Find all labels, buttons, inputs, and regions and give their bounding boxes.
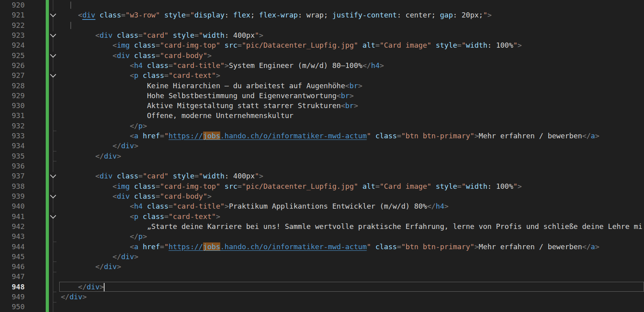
code-line[interactable]: 936 bbox=[0, 161, 644, 171]
line-number[interactable]: 949 bbox=[0, 292, 25, 302]
code-line[interactable]: 924 <img class="card-img-top" src="pic/D… bbox=[0, 40, 644, 50]
line-number[interactable]: 948 bbox=[0, 282, 25, 292]
line-number[interactable]: 920 bbox=[0, 0, 25, 10]
line-number[interactable]: 935 bbox=[0, 151, 25, 161]
code-token: class bbox=[100, 11, 121, 19]
code-token bbox=[130, 182, 134, 190]
code-token: = bbox=[164, 212, 169, 221]
code-line[interactable]: 931 Offene, moderne Unternehmenskultur bbox=[0, 110, 644, 120]
code-line[interactable]: 923 <div class="card" style="width: 400p… bbox=[0, 30, 644, 40]
line-number[interactable]: 942 bbox=[0, 221, 25, 231]
code-token: = bbox=[138, 31, 143, 39]
fold-chevron-icon[interactable] bbox=[50, 11, 56, 17]
code-token: " bbox=[462, 182, 466, 190]
line-number[interactable]: 941 bbox=[0, 211, 25, 221]
code-line[interactable]: 947 bbox=[0, 271, 644, 281]
code-line[interactable]: 925 <div class="card-body"> bbox=[0, 50, 644, 60]
code-line[interactable]: 942 „Starte deine Karriere bei uns! Samm… bbox=[0, 221, 644, 231]
code-line[interactable]: 927 <p class="card-text"> bbox=[0, 70, 644, 80]
code-token bbox=[431, 41, 436, 49]
code-line[interactable]: 934 </div> bbox=[0, 141, 644, 151]
code-line[interactable]: 944 <a href="https://jobs.hando.ch/o/inf… bbox=[0, 242, 644, 252]
line-number[interactable]: 925 bbox=[0, 50, 25, 60]
line-number[interactable]: 926 bbox=[0, 60, 25, 70]
line-number[interactable]: 946 bbox=[0, 262, 25, 271]
code-line[interactable]: 928 Keine Hierarchien – du arbeitest auf… bbox=[0, 81, 644, 91]
code-line[interactable]: 939 <div class="card-body"> bbox=[0, 191, 644, 201]
code-line[interactable]: 940 <h4 class="card-title">Praktikum App… bbox=[0, 201, 644, 211]
code-token: > bbox=[518, 182, 522, 190]
line-number[interactable]: 950 bbox=[0, 302, 25, 312]
line-number[interactable]: 922 bbox=[0, 20, 25, 30]
code-token: > bbox=[216, 212, 220, 221]
code-token: </ bbox=[61, 252, 121, 261]
code-line[interactable]: 935 </div> bbox=[0, 151, 644, 161]
fold-chevron-icon[interactable] bbox=[50, 72, 56, 78]
code-token bbox=[113, 172, 117, 180]
line-number[interactable]: 929 bbox=[0, 91, 25, 101]
code-line[interactable]: 922 bbox=[0, 20, 644, 30]
line-number[interactable]: 933 bbox=[0, 131, 25, 141]
code-token: > bbox=[82, 293, 87, 301]
fold-chevron-icon[interactable] bbox=[50, 192, 56, 199]
code-token: = bbox=[397, 132, 401, 140]
code-line[interactable]: 930 Aktive Mitgestaltung statt starrer S… bbox=[0, 101, 644, 110]
code-line[interactable]: 943 </p> bbox=[0, 231, 644, 241]
code-line[interactable]: 946 </div> bbox=[0, 262, 644, 271]
code-line[interactable]: 941 <p class="card-text"> bbox=[0, 211, 644, 221]
code-token bbox=[358, 41, 363, 49]
code-line[interactable]: 920 bbox=[0, 0, 644, 10]
line-number[interactable]: 921 bbox=[0, 10, 25, 20]
gutter-fold-column bbox=[25, 20, 61, 30]
code-line[interactable]: 949</div> bbox=[0, 292, 644, 302]
code-token: : 100% bbox=[487, 182, 513, 190]
code-token: br bbox=[349, 81, 358, 90]
code-text: <p class="card-text"> bbox=[61, 211, 644, 221]
line-number[interactable]: 943 bbox=[0, 231, 25, 241]
gutter-fold-column bbox=[25, 131, 61, 141]
line-number[interactable]: 923 bbox=[0, 30, 25, 40]
line-number[interactable]: 932 bbox=[0, 121, 25, 131]
code-token: "card-img-top" bbox=[160, 41, 220, 49]
fold-chevron-icon[interactable] bbox=[50, 172, 56, 178]
line-number[interactable]: 930 bbox=[0, 101, 25, 110]
fold-chevron-icon[interactable] bbox=[50, 31, 56, 38]
code-token: : bbox=[225, 11, 233, 19]
line-number[interactable]: 938 bbox=[0, 181, 25, 191]
line-number[interactable]: 939 bbox=[0, 191, 25, 201]
code-line[interactable]: 933 <a href="https://jobs.hando.ch/o/inf… bbox=[0, 131, 644, 141]
line-number[interactable]: 945 bbox=[0, 252, 25, 262]
line-number[interactable]: 937 bbox=[0, 171, 25, 181]
code-line[interactable]: 929 Hohe Selbstbestimmung und Eigenveran… bbox=[0, 91, 644, 101]
code-token: > bbox=[134, 141, 138, 150]
code-line[interactable]: 926 <h4 class="card-title">System Engine… bbox=[0, 60, 644, 70]
line-number[interactable]: 940 bbox=[0, 201, 25, 211]
line-number[interactable]: 936 bbox=[0, 161, 25, 171]
line-number[interactable]: 947 bbox=[0, 271, 25, 281]
code-line[interactable]: 950 bbox=[0, 302, 644, 312]
code-line[interactable]: 938 <img class="card-img-top" src="pic/D… bbox=[0, 181, 644, 191]
code-line[interactable]: 937 <div class="card" style="width: 400p… bbox=[0, 171, 644, 181]
line-number[interactable]: 927 bbox=[0, 70, 25, 80]
fold-chevron-icon[interactable] bbox=[50, 51, 56, 58]
code-line[interactable]: 932 </p> bbox=[0, 121, 644, 131]
line-number[interactable]: 931 bbox=[0, 110, 25, 120]
code-token: = bbox=[164, 71, 169, 79]
line-number[interactable]: 934 bbox=[0, 141, 25, 151]
fold-chevron-icon[interactable] bbox=[50, 212, 56, 219]
code-line[interactable]: 921 <div class="w3-row" style="display: … bbox=[0, 10, 644, 20]
code-token: </ bbox=[61, 293, 70, 301]
line-number[interactable]: 924 bbox=[0, 40, 25, 50]
code-token: > bbox=[225, 202, 229, 210]
code-line[interactable]: 945 </div> bbox=[0, 252, 644, 262]
code-token: Keine Hierarchien – du arbeitest auf Aug… bbox=[61, 81, 345, 90]
code-token: flex bbox=[233, 11, 250, 19]
gutter-fold-column bbox=[25, 81, 61, 91]
code-token: > bbox=[474, 132, 479, 140]
line-number[interactable]: 928 bbox=[0, 81, 25, 91]
code-text bbox=[61, 271, 644, 281]
code-token: > bbox=[225, 61, 229, 70]
code-text: Offene, moderne Unternehmenskultur bbox=[61, 110, 644, 120]
line-number[interactable]: 944 bbox=[0, 242, 25, 252]
code-token: jobs bbox=[203, 242, 220, 251]
